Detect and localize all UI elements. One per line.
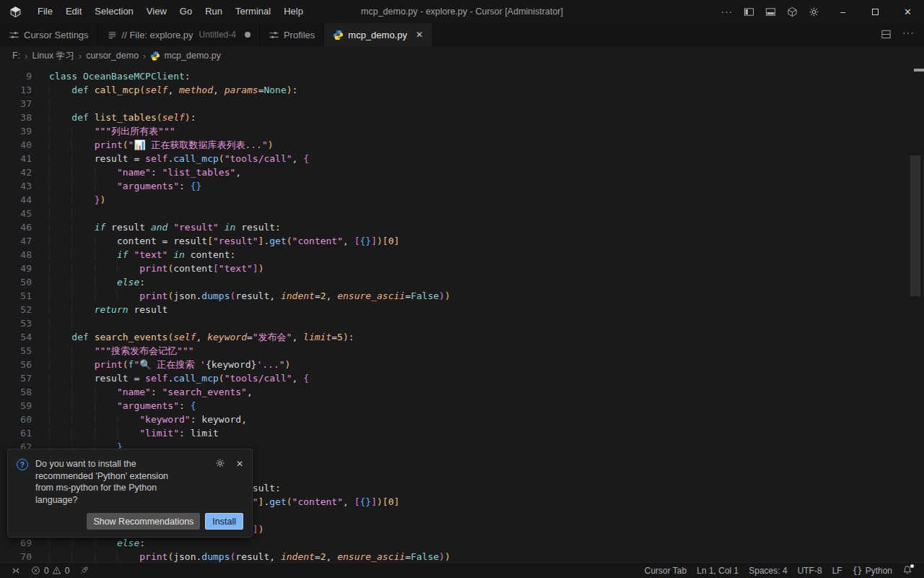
sliders-icon (269, 30, 279, 40)
code-line-58[interactable]: 58 "name": "search_events", (0, 385, 924, 399)
vertical-scrollbar[interactable] (910, 155, 920, 296)
status-indentation[interactable]: Spaces: 4 (744, 563, 792, 578)
status-encoding[interactable]: UTF-8 (793, 563, 827, 578)
close-tab-icon[interactable]: ✕ (416, 30, 423, 40)
code-text: class OceanBaseMCPClient: (32, 69, 191, 83)
launch-indicator[interactable] (74, 563, 95, 578)
status-notifications[interactable] (897, 563, 918, 578)
code-text: print(json.dumps(result, indent=2, ensur… (32, 550, 450, 562)
line-number: 50 (0, 275, 32, 289)
menu-selection[interactable]: Selection (88, 0, 139, 23)
code-line-52[interactable]: 52 return result (0, 303, 924, 316)
code-line-40[interactable]: 40 print("📊 正在获取数据库表列表...") (0, 138, 924, 152)
status-label: UTF-8 (798, 566, 822, 576)
code-line-56[interactable]: 56 print(f"🔍 正在搜索 '{keyword}'...") (0, 358, 924, 371)
breadcrumb-item[interactable]: Linux 学习 (32, 50, 74, 62)
line-number: 44 (0, 193, 32, 207)
breadcrumb-item[interactable]: cursor_demo (86, 51, 139, 61)
info-icon: ? (17, 459, 28, 470)
code-line-55[interactable]: 55 """搜索发布会记忆""" (0, 344, 924, 358)
code-line-39[interactable]: 39 """列出所有表""" (0, 124, 924, 138)
menu-edit[interactable]: Edit (59, 0, 88, 23)
code-line-51[interactable]: 51 print(json.dumps(result, indent=2, en… (0, 289, 924, 303)
problems-indicator[interactable]: 0 0 (26, 563, 74, 578)
line-number: 69 (0, 536, 32, 550)
code-line-53[interactable]: 53 (0, 316, 924, 330)
line-number: 49 (0, 262, 32, 275)
split-editor-icon[interactable] (881, 29, 892, 40)
code-text: if "text" in content: (32, 248, 235, 262)
layout-panel-icon[interactable] (764, 6, 776, 17)
code-line-59[interactable]: 59 "arguments": { (0, 399, 924, 413)
code-line-69[interactable]: 69 else: (0, 536, 924, 550)
code-text: """搜索发布会记忆""" (32, 344, 194, 358)
remote-indicator[interactable] (6, 563, 26, 578)
file-lines-icon (107, 30, 118, 40)
code-text (32, 97, 71, 111)
code-line-70[interactable]: 70 print(json.dumps(result, indent=2, en… (0, 550, 924, 562)
code-line-44[interactable]: 44 }) (0, 193, 924, 207)
tab-profiles[interactable]: Profiles (260, 23, 324, 46)
notification-settings-gear-icon[interactable] (215, 458, 226, 469)
gear-icon[interactable] (808, 6, 819, 17)
more-editor-actions-icon[interactable]: ··· (902, 29, 914, 40)
warning-count: 0 (65, 566, 70, 576)
code-line-49[interactable]: 49 print(content["text"]) (0, 262, 924, 275)
menu-help[interactable]: Help (277, 0, 310, 23)
layout-sidebar-icon[interactable] (743, 6, 754, 17)
code-line-38[interactable]: 38 def list_tables(self): (0, 111, 924, 124)
notification-buttons: Show RecommendationsInstall (17, 513, 243, 530)
menu-terminal[interactable]: Terminal (229, 0, 277, 23)
code-line-60[interactable]: 60 "keyword": keyword, (0, 413, 924, 426)
breadcrumb-item[interactable]: F: (12, 51, 20, 61)
code-line-45[interactable]: 45 (0, 207, 924, 220)
breadcrumb-separator: › (25, 51, 27, 61)
code-line-37[interactable]: 37 (0, 97, 924, 111)
tab-cursor-settings[interactable]: Cursor Settings (0, 23, 98, 46)
line-number: 42 (0, 165, 32, 179)
menu-view[interactable]: View (140, 0, 173, 23)
cursor-ai-pane-icon[interactable] (786, 6, 798, 17)
code-line-54[interactable]: 54 def search_events(self, keyword="发布会"… (0, 330, 924, 344)
line-number: 51 (0, 289, 32, 303)
status-language-mode[interactable]: {}Python (847, 563, 897, 578)
line-number: 40 (0, 138, 32, 152)
code-line-43[interactable]: 43 "arguments": {} (0, 179, 924, 193)
install-button[interactable]: Install (205, 513, 243, 530)
code-line-61[interactable]: 61 "limit": limit (0, 426, 924, 440)
menu-run[interactable]: Run (199, 0, 229, 23)
code-line-50[interactable]: 50 else: (0, 275, 924, 289)
status-cursor-position[interactable]: Ln 1, Col 1 (692, 563, 744, 578)
line-number: 55 (0, 344, 32, 358)
breadcrumb-label: F: (12, 51, 20, 61)
menu-go[interactable]: Go (173, 0, 199, 23)
code-text: def call_mcp(self, method, params=None): (32, 83, 297, 97)
tab-explore-py[interactable]: // File: explore.pyUntitled-4 (98, 23, 260, 46)
code-line-47[interactable]: 47 content = result["result"].get("conte… (0, 234, 924, 248)
breadcrumb-separator: › (79, 51, 82, 61)
code-line-48[interactable]: 48 if "text" in content: (0, 248, 924, 262)
breadcrumb-item[interactable]: mcp_demo.py (150, 51, 221, 61)
status-cursor-tab[interactable]: Cursor Tab (640, 563, 692, 578)
code-line-13[interactable]: 13 def call_mcp(self, method, params=Non… (0, 83, 924, 97)
maximize-button[interactable] (859, 0, 892, 23)
close-button[interactable]: ✕ (892, 0, 924, 23)
more-actions-icon[interactable]: ··· (721, 6, 733, 17)
code-line-9[interactable]: 9class OceanBaseMCPClient: (0, 69, 924, 83)
code-line-46[interactable]: 46 if result and "result" in result: (0, 220, 924, 234)
breadcrumb-separator: › (143, 51, 146, 61)
minimize-button[interactable]: – (827, 0, 859, 23)
menu-file[interactable]: File (31, 0, 59, 23)
notification-close-icon[interactable]: ✕ (236, 459, 243, 469)
editor: 9class OceanBaseMCPClient:13 def call_mc… (0, 65, 924, 562)
bell-icon (902, 565, 913, 576)
tab-mcp-demo-py[interactable]: mcp_demo.py✕ (324, 23, 432, 46)
code-line-57[interactable]: 57 result = self.call_mcp("tools/call", … (0, 371, 924, 385)
code-line-41[interactable]: 41 result = self.call_mcp("tools/call", … (0, 152, 924, 165)
breadcrumb-label: cursor_demo (86, 51, 139, 61)
show-recommendations-button[interactable]: Show Recommendations (87, 513, 200, 530)
code-line-42[interactable]: 42 "name": "list_tables", (0, 165, 924, 179)
notification-message: Do you want to install the recommended '… (35, 458, 188, 506)
code-text: else: (32, 536, 145, 550)
status-eol[interactable]: LF (827, 563, 847, 578)
